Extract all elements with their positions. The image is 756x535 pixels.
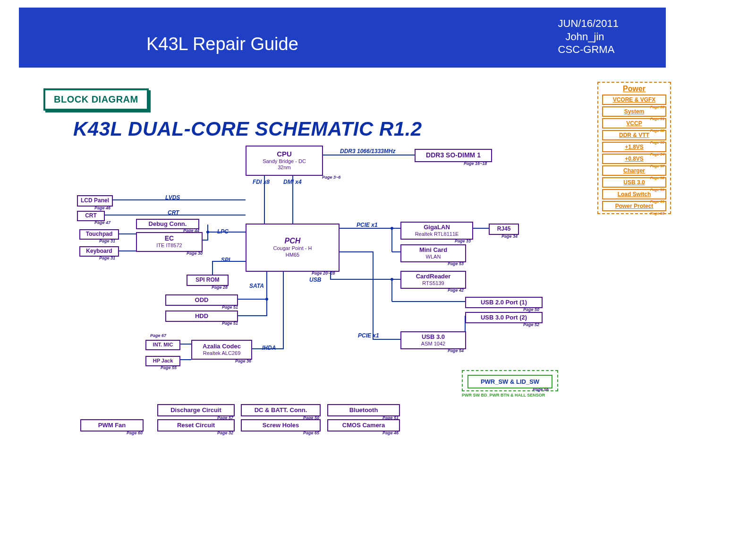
cmoscam-page: Page 46	[382, 431, 399, 435]
azalia-page: Page 36	[235, 359, 251, 363]
odd-block: ODD	[165, 294, 238, 306]
lcd-block: LCD Panel	[77, 195, 113, 207]
bus-ihda: IHDA	[262, 345, 276, 351]
reset-page: Page 32	[217, 431, 233, 435]
gigalan-block: GigaLAN Realtek RTL8111E	[400, 222, 473, 240]
power-row: VCORE & VGFXPage 50	[602, 95, 666, 105]
power-row: SystemPage 51	[602, 106, 666, 117]
cardreader-block: CardReader RTS5139	[400, 271, 466, 289]
intmic-block: INT. MIC	[145, 340, 180, 350]
cmoscam-block: CMOS Camera	[327, 419, 400, 431]
bus-lpc: LPC	[217, 228, 229, 235]
hdd-page: Page 51	[222, 321, 238, 326]
power-row: Power ProtectPage 58	[602, 201, 666, 211]
pch-block: PCH Cougar Point - H HM65	[246, 224, 340, 272]
discharge-block: Discharge Circuit	[157, 404, 235, 416]
screw-block: Screw Holes	[241, 419, 321, 431]
bluetooth-block: Bluetooth	[327, 404, 400, 416]
rj45-page: Page 34	[501, 234, 518, 239]
hdd-block: HDD	[165, 311, 238, 322]
dcbatt-block: DC & BATT. Conn.	[241, 404, 321, 416]
lcd-page: Page 46	[94, 206, 110, 210]
ddr-block: DDR3 SO-DIMM 1	[415, 149, 492, 162]
hpjack-block: HP Jack	[145, 356, 180, 366]
bus-ddr3: DDR3 1066/1333MHz	[340, 148, 395, 155]
cardreader-page: Page 42	[448, 288, 464, 293]
pwmfan-page: Page 60	[127, 431, 143, 435]
crt-page: Page 47	[94, 220, 110, 225]
bus-fdi: FDI x8	[253, 179, 270, 185]
usb30-page: Page 54	[448, 348, 464, 353]
usb20-block: USB 2.0 Port (1)	[465, 297, 543, 308]
page-header: K43L Repair Guide JUN/16/2011 John_jin C…	[19, 8, 666, 68]
touchpad-block: Touchpad	[79, 229, 119, 240]
gigalan-page: Page 33	[455, 239, 471, 243]
power-row: ChargerPage 58	[602, 165, 666, 176]
svg-point-22	[206, 231, 209, 233]
rj45-block: RJ45	[489, 224, 519, 235]
bus-dmi: DMI x4	[283, 179, 302, 185]
odd-page: Page 51	[222, 305, 238, 310]
svg-point-20	[391, 227, 393, 230]
bus-usb: USB	[309, 276, 321, 283]
power-title: Power	[598, 85, 670, 93]
cpu-block: CPU Sandy Bridge - DC 32nm	[246, 146, 323, 176]
power-row: +0.8VSPage 57	[602, 154, 666, 164]
pwr-sw-block: PWR_SW & LID_SW	[467, 375, 552, 388]
minicard-page: Page 53	[448, 261, 464, 266]
pwmfan-block: PWM Fan	[80, 419, 144, 431]
spirom-block: SPI ROM	[187, 275, 229, 286]
keyboard-page: Page 31	[99, 256, 115, 260]
cpu-page: Page 3~6	[322, 175, 340, 180]
diagram-canvas: BLOCK DIAGRAM K43L DUAL-CORE SCHEMATIC R…	[0, 82, 756, 517]
keyboard-block: Keyboard	[79, 246, 119, 257]
header-author: John_jin	[558, 30, 619, 43]
usb20-page: Page 50	[523, 307, 539, 312]
intmic-page: Page 67	[150, 333, 166, 338]
bus-pcie1: PCIE x1	[357, 222, 378, 228]
screw-page: Page 65	[303, 431, 319, 435]
crt-block: CRT	[77, 211, 105, 221]
spirom-page: Page 28	[212, 285, 228, 290]
power-row: VCCPPage 52	[602, 118, 666, 129]
pch-page: Page 20~28	[312, 271, 335, 276]
bus-sata: SATA	[249, 283, 264, 289]
bus-spi: SPI	[221, 257, 230, 263]
power-row: +1.8VSPage 54	[602, 142, 666, 152]
svg-point-21	[391, 278, 393, 281]
debug-block: Debug Conn.	[136, 219, 199, 229]
power-row: USB 3.0Page 59	[602, 177, 666, 188]
block-diagram-badge: BLOCK DIAGRAM	[43, 88, 149, 111]
svg-point-23	[265, 298, 268, 301]
usb30p-page: Page 52	[523, 322, 539, 327]
ddr-page: Page 16~18	[464, 161, 487, 166]
header-meta: JUN/16/2011 John_jin CSC-GRMA	[558, 17, 637, 56]
bus-pcie2: PCIE x1	[358, 332, 379, 339]
page-title: K43L Repair Guide	[47, 34, 558, 56]
minicard-block: Mini Card WLAN	[400, 244, 466, 262]
header-date: JUN/16/2011	[558, 17, 619, 30]
power-panel: Power VCORE & VGFXPage 50 SystemPage 51 …	[597, 82, 671, 214]
touchpad-page: Page 31	[99, 239, 115, 243]
reset-block: Reset Circuit	[157, 419, 235, 431]
usb30port-block: USB 3.0 Port (2)	[465, 312, 543, 323]
power-row: DDR & VTTPage 53	[602, 130, 666, 140]
schematic-title: K43L DUAL-CORE SCHEMATIC R1.2	[73, 118, 422, 140]
power-row: Load SwitchPage 61	[602, 189, 666, 199]
azalia-block: Azalia Codec Realtek ALC269	[191, 340, 252, 360]
ec-block: EC ITE IT8572	[136, 232, 203, 252]
bus-lvds: LVDS	[165, 194, 180, 201]
pwr-sw-page: Page 56	[533, 387, 549, 392]
bus-crt: CRT	[168, 209, 179, 216]
pwr-sw-note: PWR SW BD_PWR BTN & HALL SENSOR	[462, 393, 545, 397]
header-dept: CSC-GRMA	[558, 43, 619, 56]
ec-page: Page 30	[187, 251, 203, 256]
hpjack-page: Page 55	[161, 365, 177, 370]
usb30-block: USB 3.0 ASM 1042	[400, 331, 466, 349]
